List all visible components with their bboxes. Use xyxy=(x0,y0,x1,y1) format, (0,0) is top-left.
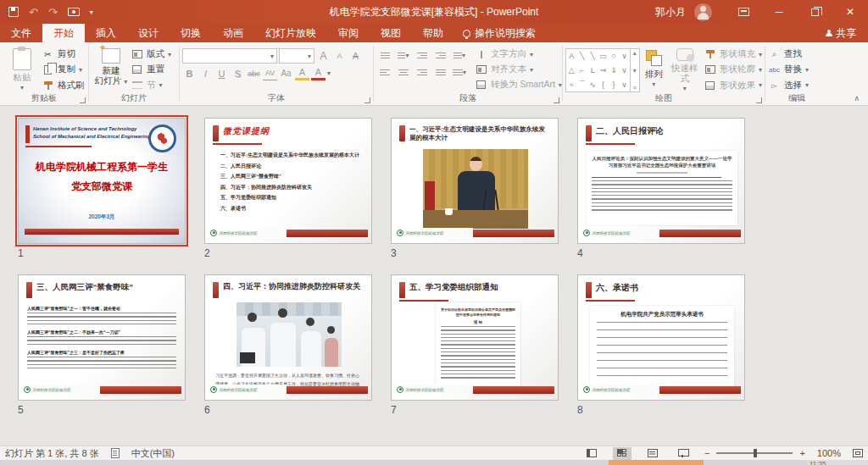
zoom-slider-thumb[interactable] xyxy=(754,449,757,457)
increase-indent-button[interactable] xyxy=(432,48,449,63)
shape-fill-button[interactable]: 形状填充▾ xyxy=(704,47,762,61)
shape-elbow2-icon[interactable]: L xyxy=(591,66,595,75)
account-name[interactable]: 郭小月 xyxy=(655,5,686,19)
close-button[interactable]: ✕ xyxy=(832,0,868,24)
shape-line2-icon[interactable]: ╲ xyxy=(590,52,594,60)
shape-effects-button[interactable]: 形状效果▾ xyxy=(704,79,762,92)
shape-oval-icon[interactable]: ○ xyxy=(611,52,615,60)
zoom-in-button[interactable]: + xyxy=(799,448,804,458)
shape-outline-button[interactable]: 形状轮廓▾ xyxy=(704,63,762,76)
share-button[interactable]: 共享 xyxy=(826,24,868,42)
shapes-scroll-up-icon[interactable]: ▲ xyxy=(632,50,637,56)
clipboard-dialog-launcher-icon[interactable] xyxy=(80,97,86,103)
paragraph-dialog-launcher-icon[interactable] xyxy=(554,97,559,103)
language-status[interactable]: 中文(中国) xyxy=(131,447,175,460)
arrange-button[interactable]: 排列 ▾ xyxy=(640,46,668,92)
zoom-slider[interactable] xyxy=(716,452,793,454)
tab-review[interactable]: 审阅 xyxy=(327,24,370,42)
align-text-button[interactable]: 对齐文本▾ xyxy=(475,63,562,76)
slide-thumbnail-1[interactable]: Henan Institute of Science and Technolog… xyxy=(17,117,186,260)
normal-view-button[interactable] xyxy=(582,447,601,460)
section-button[interactable]: 节▾ xyxy=(131,79,171,92)
tab-animations[interactable]: 动画 xyxy=(212,24,254,42)
shape-brace-right-icon[interactable]: } xyxy=(613,80,615,89)
slide-sorter-view-button[interactable] xyxy=(613,447,632,460)
restore-button[interactable] xyxy=(797,0,832,24)
font-color-button[interactable]: A xyxy=(311,66,326,80)
shapes-scroll-down-icon[interactable]: ▼ xyxy=(632,68,637,74)
tab-home[interactable]: 开始 xyxy=(42,24,85,42)
save-icon[interactable] xyxy=(8,7,19,17)
shape-scribble-icon[interactable]: ≈ xyxy=(570,80,574,89)
tab-view[interactable]: 视图 xyxy=(370,24,412,42)
text-direction-button[interactable]: 文字方向▾ xyxy=(475,47,562,61)
slide-thumbnail-8[interactable]: 六、承诺书 机电学院共产党员示范带头承诺书 河南科技学院机电学院 8 xyxy=(576,274,746,417)
align-left-button[interactable] xyxy=(376,65,393,80)
minimize-button[interactable]: ─ xyxy=(761,0,797,24)
shape-textbox-icon[interactable]: A xyxy=(569,52,574,60)
shapes-gallery[interactable]: A╲╲▭○∨ △⌐L⇒⇓∨ ≈⌒∿{}∨ xyxy=(565,48,631,92)
character-spacing-button[interactable]: AV xyxy=(263,66,277,80)
replace-button[interactable]: abc替换▾ xyxy=(768,63,809,76)
layout-button[interactable]: 版式▾ xyxy=(131,47,171,61)
decrease-indent-button[interactable] xyxy=(414,48,431,63)
slide-thumbnail-4[interactable]: 二、人民日报评论 人民日报评论员：深刻认识加强生态文明建设的重大意义——一论学习… xyxy=(576,117,746,260)
shape-chevron2-icon[interactable]: ∨ xyxy=(621,66,627,75)
shape-rect-icon[interactable]: ▭ xyxy=(599,52,607,60)
font-size-combobox[interactable]: ▾ xyxy=(279,48,314,64)
ribbon-display-options-button[interactable] xyxy=(726,0,761,24)
tab-file[interactable]: 文件 xyxy=(0,24,42,42)
start-slideshow-icon[interactable] xyxy=(68,8,80,16)
zoom-level[interactable]: 100% xyxy=(817,448,841,458)
cut-button[interactable]: ✂剪切 xyxy=(42,47,85,61)
shape-chevron3-icon[interactable]: ∨ xyxy=(621,80,627,89)
reading-view-button[interactable] xyxy=(643,447,662,460)
align-right-button[interactable] xyxy=(414,65,431,80)
shapes-more-icon[interactable]: ≡ xyxy=(633,85,637,91)
shape-elbow-icon[interactable]: ⌐ xyxy=(580,66,584,75)
drawing-dialog-launcher-icon[interactable] xyxy=(756,97,762,103)
shape-curve-icon[interactable]: ∿ xyxy=(589,80,596,89)
reset-button[interactable]: 重置 xyxy=(131,63,171,76)
format-painter-button[interactable]: 格式刷 xyxy=(42,79,85,92)
shape-brace-left-icon[interactable]: { xyxy=(602,80,604,89)
line-spacing-button[interactable]: ▾ xyxy=(451,48,468,63)
taskbar-active-app[interactable] xyxy=(609,460,704,465)
shape-arc-icon[interactable]: ⌒ xyxy=(578,79,586,90)
columns-button[interactable]: ▾ xyxy=(451,65,468,80)
slide-thumbnail-3[interactable]: 一、习近平:生态文明建设是关系中华民族永续发展的根本大计 河南科技学院机电学院 … xyxy=(390,117,559,260)
underline-button[interactable]: U xyxy=(214,66,229,80)
font-color-caret-icon[interactable]: ▾ xyxy=(327,69,331,77)
justify-button[interactable] xyxy=(432,65,449,80)
tab-slideshow[interactable]: 幻灯片放映 xyxy=(254,24,327,42)
collapse-ribbon-button[interactable]: ∧ xyxy=(854,94,860,102)
select-button[interactable]: ▻选择▾ xyxy=(768,79,809,92)
undo-icon[interactable]: ↶ xyxy=(29,6,38,19)
bold-button[interactable]: B xyxy=(182,66,197,80)
slideshow-view-button[interactable] xyxy=(674,447,693,460)
numbering-button[interactable]: ▾ xyxy=(395,48,412,63)
decrease-font-size-button[interactable]: A xyxy=(332,49,347,64)
tab-design[interactable]: 设计 xyxy=(127,24,170,42)
slide-thumbnail-5[interactable]: 三、人民网三评“禁食野味” 人民网三评“禁食野味”之一：管不住嘴，就会要命 人民… xyxy=(17,274,186,417)
tab-help[interactable]: 帮助 xyxy=(412,24,454,42)
convert-smartart-button[interactable]: 转换为 SmartArt▾ xyxy=(475,78,562,91)
shape-arrow-right-icon[interactable]: ⇒ xyxy=(600,66,607,75)
notes-icon[interactable] xyxy=(111,448,120,458)
tab-insert[interactable]: 插入 xyxy=(85,24,127,42)
clear-formatting-button[interactable]: A xyxy=(348,49,363,64)
new-slide-button[interactable]: 新建幻灯片 ▾ xyxy=(92,46,131,92)
shape-triangle-icon[interactable]: △ xyxy=(569,66,575,75)
strikethrough-button[interactable]: abc xyxy=(247,66,261,80)
text-shadow-button[interactable]: S xyxy=(231,66,245,80)
font-dialog-launcher-icon[interactable] xyxy=(364,97,370,103)
paste-button[interactable]: 粘贴 ▾ xyxy=(3,46,42,92)
copy-button[interactable]: 复制▾ xyxy=(42,63,85,76)
slide-thumbnail-6[interactable]: 四、习近平：协同推进肺炎防控科研攻关 习近平强调，要坚持开展爱国卫生运动，从人居… xyxy=(203,274,373,417)
redo-icon[interactable]: ↷ xyxy=(48,6,58,19)
avatar[interactable] xyxy=(694,3,712,21)
zoom-out-button[interactable]: − xyxy=(704,448,709,458)
slide-thumbnail-2[interactable]: 微党课提纲 一、习近平:生态文明建设是关系中华民族永续发展的根本大计 二、人民日… xyxy=(203,117,373,260)
tell-me-search[interactable]: 操作说明搜索 xyxy=(454,24,544,42)
font-name-combobox[interactable]: ▾ xyxy=(182,48,277,64)
